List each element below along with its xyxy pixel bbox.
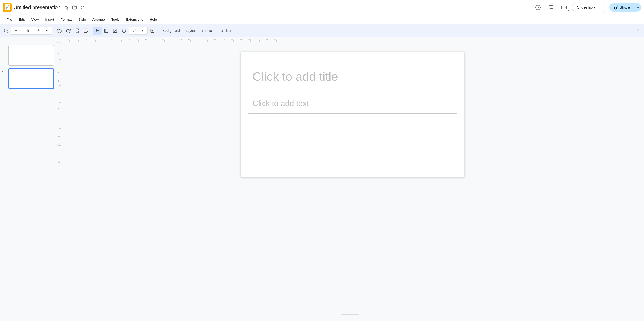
toolbar: − Fit + ▾ ▾ Backgr — [0, 24, 644, 37]
svg-text:12: 12 — [162, 39, 164, 41]
menu-format[interactable]: Format — [58, 16, 74, 22]
move-tool-button[interactable] — [102, 26, 110, 35]
line-dropdown-button[interactable]: ▾ — [138, 26, 146, 35]
slide-thumb-2[interactable] — [8, 68, 54, 89]
folder-button[interactable] — [71, 4, 78, 11]
zoom-out-button[interactable]: − — [12, 26, 20, 35]
slide-thumb-1[interactable] — [8, 45, 54, 66]
slideshow-dropdown-button[interactable]: ▾ — [600, 4, 606, 11]
divider-2 — [92, 27, 92, 34]
menu-arrange[interactable]: Arrange — [90, 16, 108, 22]
zoom-dropdown-button[interactable]: ▾ — [43, 26, 51, 35]
title-icons — [63, 4, 86, 11]
svg-text:23: 23 — [257, 39, 259, 41]
svg-text:8: 8 — [128, 39, 130, 41]
svg-text:14: 14 — [180, 39, 182, 41]
slide-item-2: 2 — [2, 68, 54, 89]
slide-panel: 1 2 — [0, 42, 56, 316]
svg-text:6: 6 — [58, 99, 59, 101]
search-button[interactable] — [2, 26, 10, 35]
svg-text:20: 20 — [231, 39, 234, 41]
slide-number-1: 1 — [2, 45, 6, 49]
ruler-svg: 1 2 3 4 5 6 7 8 9 10 11 12 13 1 — [61, 37, 644, 42]
svg-text:4: 4 — [58, 80, 59, 82]
scrollbar-thumb[interactable] — [341, 314, 359, 315]
svg-text:19: 19 — [222, 39, 225, 41]
comment-button[interactable] — [546, 2, 556, 12]
svg-text:22: 22 — [248, 39, 251, 41]
svg-point-13 — [4, 29, 8, 32]
svg-text:25: 25 — [274, 39, 276, 41]
canvas-wrapper: 1 2 3 4 5 6 7 8 9 — [56, 42, 644, 316]
svg-text:2: 2 — [58, 61, 59, 64]
bottom-scrollbar[interactable] — [56, 313, 644, 316]
menu-file[interactable]: File — [4, 16, 15, 22]
svg-text:17: 17 — [205, 39, 208, 41]
ruler-vertical: 1 2 3 4 5 6 7 8 9 — [56, 42, 61, 313]
cloud-button[interactable] — [80, 4, 86, 11]
menu-insert[interactable]: Insert — [42, 16, 57, 22]
svg-text:6: 6 — [111, 39, 112, 41]
svg-text:2: 2 — [77, 39, 78, 41]
svg-text:16: 16 — [197, 39, 199, 41]
svg-text:15: 15 — [188, 39, 190, 41]
redo-button[interactable] — [64, 26, 72, 35]
transition-button[interactable]: Transition — [215, 26, 235, 35]
slide-canvas[interactable]: Click to add title Click to add text — [241, 52, 464, 177]
video-button[interactable]: ▾ — [559, 2, 569, 12]
svg-text:21: 21 — [240, 39, 242, 41]
select-tool-button[interactable] — [93, 26, 102, 35]
share-main-button[interactable]: Share — [609, 3, 635, 12]
zoom-in-button[interactable]: + — [34, 26, 43, 35]
svg-text:10: 10 — [145, 39, 147, 41]
shape-button[interactable] — [120, 26, 128, 35]
zoom-control: − Fit + ▾ — [11, 27, 52, 35]
menu-help[interactable]: Help — [147, 16, 160, 22]
paint-format-button[interactable] — [82, 26, 90, 35]
background-button[interactable]: Background — [160, 26, 183, 35]
menu-view[interactable]: View — [28, 16, 42, 22]
svg-point-22 — [114, 29, 115, 30]
share-dropdown-button[interactable]: ▾ — [635, 4, 641, 11]
collapse-toolbar-button[interactable] — [636, 27, 642, 34]
svg-rect-6 — [6, 8, 8, 9]
star-button[interactable] — [63, 4, 70, 11]
insert-element-button[interactable] — [148, 26, 156, 35]
zoom-level-button[interactable]: Fit — [20, 26, 34, 35]
slideshow-main-button[interactable]: Slideshow — [572, 3, 600, 12]
menu-extensions[interactable]: Extensions — [123, 16, 146, 22]
svg-rect-5 — [6, 7, 8, 8]
svg-marker-7 — [64, 5, 68, 9]
divider-3 — [158, 27, 158, 34]
menu-edit[interactable]: Edit — [16, 16, 28, 22]
history-button[interactable] — [533, 2, 543, 12]
ruler-horizontal: 1 2 3 4 5 6 7 8 9 10 11 12 13 1 — [56, 37, 644, 42]
line-tool-button[interactable] — [130, 26, 138, 35]
svg-text:5: 5 — [103, 39, 104, 41]
ruler-v-svg: 1 2 3 4 5 6 7 8 9 — [56, 42, 61, 228]
svg-text:1: 1 — [68, 39, 69, 41]
svg-text:5: 5 — [58, 89, 59, 92]
divider-1 — [54, 27, 54, 34]
ruler-h-marks: 1 2 3 4 5 6 7 8 9 10 11 12 13 1 — [61, 37, 644, 42]
menu-slide[interactable]: Slide — [75, 16, 88, 22]
theme-button[interactable]: Theme — [199, 26, 215, 35]
svg-text:9: 9 — [58, 127, 59, 129]
print-button[interactable] — [73, 26, 81, 35]
svg-rect-15 — [76, 31, 78, 32]
layout-button[interactable]: Layout — [183, 26, 198, 35]
slide-title-placeholder[interactable]: Click to add title — [248, 64, 457, 89]
canvas-content: Click to add title Click to add text — [61, 42, 644, 313]
svg-text:14: 14 — [57, 169, 60, 172]
main-area: 1 2 1 2 3 4 5 — [0, 42, 644, 316]
svg-text:7: 7 — [120, 39, 121, 41]
undo-button[interactable] — [55, 26, 64, 35]
svg-text:1: 1 — [58, 52, 59, 54]
slide-body-placeholder[interactable]: Click to add text — [248, 93, 457, 114]
image-button[interactable] — [111, 26, 119, 35]
title-bar-right: ▾ Slideshow ▾ Share ▾ — [533, 2, 641, 12]
svg-text:11: 11 — [154, 39, 156, 41]
svg-text:13: 13 — [171, 39, 173, 41]
menu-tools[interactable]: Tools — [108, 16, 122, 22]
svg-text:7: 7 — [58, 108, 59, 110]
